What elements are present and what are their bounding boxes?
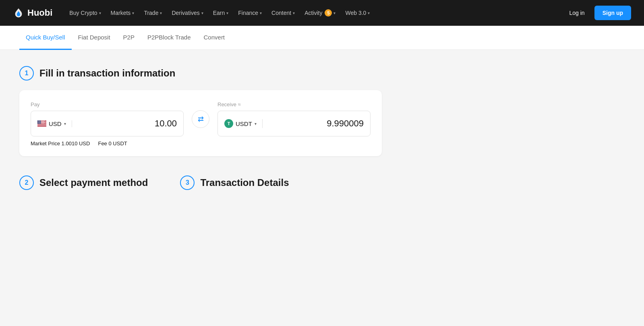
usd-flag-icon: ★★★★★★ ★★★★★ ★★★★★★ ★★★★★ — [37, 120, 46, 127]
receive-input-box: T USDT ▾ 9.990009 — [217, 111, 371, 136]
nav-item-finance[interactable]: Finance ▾ — [234, 6, 266, 19]
nav-item-markets[interactable]: Markets ▾ — [107, 6, 139, 19]
receive-field-group: Receive ≈ T USDT ▾ 9.990009 — [217, 101, 371, 136]
nav-item-derivatives[interactable]: Derivatives ▾ — [168, 6, 207, 19]
swap-button[interactable]: ⇄ — [192, 110, 209, 128]
tab-convert[interactable]: Convert — [197, 26, 232, 50]
chevron-down-icon: ▾ — [368, 11, 370, 15]
chevron-down-icon: ▾ — [132, 11, 134, 15]
main-content: 1 Fill in transaction information Pay — [0, 50, 644, 325]
tab-p2pblock-trade[interactable]: P2PBlock Trade — [141, 26, 197, 50]
main-nav: Buy Crypto ▾ Markets ▾ Trade ▾ Derivativ… — [65, 6, 374, 20]
pay-field-group: Pay — [31, 101, 184, 136]
chevron-down-icon: ▾ — [333, 11, 335, 15]
step1-title: Fill in transaction information — [39, 68, 175, 79]
tab-quick-buy-sell[interactable]: Quick Buy/Sell — [19, 26, 72, 50]
transaction-card: Pay — [19, 90, 382, 156]
tab-p2p[interactable]: P2P — [117, 26, 141, 50]
step2-header: 2 Select payment method — [19, 175, 148, 190]
svg-rect-9 — [37, 125, 46, 125]
chevron-down-icon: ▾ — [160, 11, 162, 15]
nav-item-earn[interactable]: Earn ▾ — [209, 6, 233, 19]
chevron-down-icon: ▾ — [226, 11, 228, 15]
pay-label: Pay — [31, 101, 184, 107]
nav-item-web3[interactable]: Web 3.0 ▾ — [341, 6, 374, 19]
header-left: Huobi Buy Crypto ▾ Markets ▾ Trade ▾ Der… — [13, 6, 374, 20]
pay-input-box: ★★★★★★ ★★★★★ ★★★★★★ ★★★★★ USD ▾ 10.00 — [31, 111, 184, 136]
step1-circle: 1 — [19, 66, 34, 80]
sub-nav: Quick Buy/Sell Fiat Deposit P2P P2PBlock… — [0, 26, 644, 50]
svg-rect-10 — [37, 125, 46, 126]
receive-currency-chevron: ▾ — [255, 122, 257, 126]
header: Huobi Buy Crypto ▾ Markets ▾ Trade ▾ Der… — [0, 0, 644, 26]
step2-title: Select payment method — [39, 177, 148, 188]
svg-text:★★★★★: ★★★★★ — [38, 122, 44, 124]
chevron-down-icon: ▾ — [99, 11, 101, 15]
login-button[interactable]: Log in — [565, 6, 590, 19]
receive-label: Receive ≈ — [217, 101, 371, 107]
step3-title: Transaction Details — [200, 177, 289, 188]
activity-badge: 5 — [325, 9, 332, 17]
svg-rect-11 — [37, 126, 46, 126]
fee-info: Fee 0 USDT — [98, 140, 127, 146]
receive-currency-selector[interactable]: T USDT ▾ — [224, 119, 263, 128]
pay-currency-chevron: ▾ — [64, 122, 66, 126]
swap-icon: ⇄ — [198, 115, 204, 124]
pay-currency-selector[interactable]: ★★★★★★ ★★★★★ ★★★★★★ ★★★★★ USD ▾ — [37, 120, 72, 127]
bottom-row: 2 Select payment method 3 Transaction De… — [19, 175, 625, 200]
step3-circle: 3 — [180, 175, 195, 190]
chevron-down-icon: ▾ — [201, 11, 203, 15]
logo[interactable]: Huobi — [13, 7, 52, 19]
pay-amount[interactable]: 10.00 — [72, 118, 177, 129]
step1-header: 1 Fill in transaction information — [19, 66, 625, 80]
header-right: Log in Sign up — [565, 6, 631, 20]
svg-rect-12 — [37, 126, 46, 127]
step3-header: 3 Transaction Details — [180, 175, 289, 190]
receive-amount: 9.990009 — [263, 118, 364, 129]
chevron-down-icon: ▾ — [293, 11, 295, 15]
nav-item-content[interactable]: Content ▾ — [267, 6, 299, 19]
chevron-down-icon: ▾ — [260, 11, 262, 15]
svg-rect-8 — [37, 124, 46, 125]
market-price-label: Market Price 1.0010 USD — [31, 140, 90, 146]
signup-button[interactable]: Sign up — [594, 6, 631, 20]
pay-receive-row: Pay — [31, 101, 371, 136]
nav-item-activity[interactable]: Activity 5 ▾ — [300, 6, 340, 20]
step2-circle: 2 — [19, 175, 34, 190]
pay-currency-code: USD — [49, 120, 62, 127]
logo-icon — [13, 7, 24, 19]
receive-currency-code: USDT — [236, 120, 252, 127]
market-info: Market Price 1.0010 USD Fee 0 USDT — [31, 140, 371, 146]
nav-item-trade[interactable]: Trade ▾ — [140, 6, 166, 19]
tab-fiat-deposit[interactable]: Fiat Deposit — [72, 26, 117, 50]
usdt-icon: T — [224, 119, 233, 128]
nav-item-buy-crypto[interactable]: Buy Crypto ▾ — [65, 6, 105, 19]
logo-text: Huobi — [27, 8, 52, 18]
